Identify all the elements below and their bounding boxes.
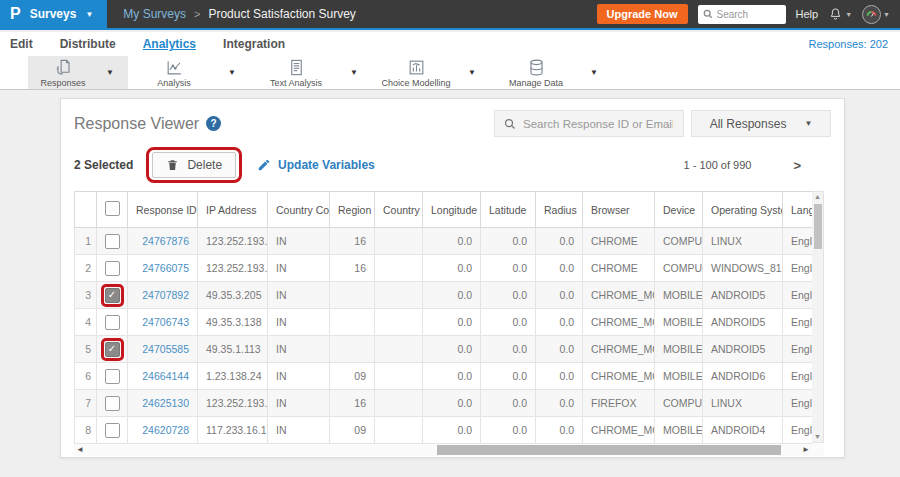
- response-id-link[interactable]: 24767876: [142, 235, 189, 247]
- bell-icon: [828, 7, 843, 22]
- region-cell: 09: [330, 417, 375, 444]
- row-checkbox[interactable]: [105, 369, 120, 384]
- radius-cell: 0.0: [536, 309, 583, 336]
- row-checkbox[interactable]: [105, 261, 120, 276]
- response-id-link[interactable]: 24766075: [142, 262, 189, 274]
- chevron-down-icon[interactable]: ▼: [468, 68, 476, 77]
- response-id-link[interactable]: 24706743: [142, 316, 189, 328]
- longitude-cell: 0.0: [423, 282, 481, 309]
- table-row[interactable]: 5 24705585 49.35.1.113 IN 0.0 0.0 0.0 CH…: [75, 336, 813, 363]
- table-row[interactable]: 6 24664144 1.23.138.24 IN 09 0.0 0.0 0.0…: [75, 363, 813, 390]
- manage-data-icon: [527, 58, 546, 77]
- chevron-down-icon[interactable]: ▼: [590, 68, 598, 77]
- response-id-link[interactable]: 24664144: [142, 370, 189, 382]
- column-header-language[interactable]: Language: [783, 192, 813, 228]
- column-header-device[interactable]: Device: [655, 192, 703, 228]
- scroll-down-icon[interactable]: ▼: [814, 432, 821, 442]
- column-header-country-code[interactable]: Country Code: [268, 192, 330, 228]
- delete-button[interactable]: Delete: [152, 152, 236, 178]
- help-link[interactable]: Help: [796, 8, 819, 20]
- chevron-down-icon: ▼: [845, 11, 852, 18]
- responses-count-link[interactable]: Responses: 202: [809, 38, 900, 50]
- browser-cell: FIREFOX: [583, 390, 655, 417]
- column-header-ip-address[interactable]: IP Address: [198, 192, 268, 228]
- toolbar-item-manage-data[interactable]: Manage Data ▼: [490, 56, 612, 89]
- horizontal-scrollbar-thumb[interactable]: [437, 445, 781, 455]
- response-id-link[interactable]: 24620728: [142, 424, 189, 436]
- column-header-browser[interactable]: Browser: [583, 192, 655, 228]
- column-header-operating-system[interactable]: Operating System: [703, 192, 783, 228]
- toolbar-item-label: Manage Data: [509, 78, 563, 88]
- tab-edit[interactable]: Edit: [10, 37, 33, 51]
- country-code-cell: IN: [268, 363, 330, 390]
- global-search-input[interactable]: [717, 9, 779, 20]
- toolbar-item-label: Choice Modelling: [382, 78, 451, 88]
- toolbar-item-text-analysis[interactable]: Text Analysis ▼: [250, 56, 372, 89]
- table-row[interactable]: 1 24767876 123.252.193.148 IN 16 0.0 0.0…: [75, 228, 813, 255]
- row-number: 8: [75, 417, 97, 444]
- row-checkbox[interactable]: [105, 342, 120, 357]
- column-header-latitude[interactable]: Latitude: [481, 192, 536, 228]
- account-menu[interactable]: ▼: [862, 5, 890, 24]
- vertical-scrollbar[interactable]: ▲ ▼: [812, 191, 824, 443]
- toolbar-item-choice-modelling[interactable]: Choice Modelling ▼: [372, 56, 490, 89]
- upgrade-now-button[interactable]: Upgrade Now: [597, 4, 688, 24]
- chevron-down-icon[interactable]: ▼: [106, 68, 114, 77]
- response-viewer-panel: Response Viewer ? All Responses ▼ 2 Sele…: [60, 98, 845, 458]
- device-cell: COMPUTER: [655, 390, 703, 417]
- scroll-left-icon[interactable]: ◄: [76, 445, 84, 454]
- help-icon[interactable]: ?: [206, 116, 221, 131]
- browser-cell: CHROME_MOBILE: [583, 309, 655, 336]
- toolbar-item-label: Text Analysis: [270, 78, 322, 88]
- ip-address-cell: 49.35.3.138: [198, 309, 268, 336]
- top-navbar: P Surveys ▼ My Surveys > Product Satisfa…: [0, 0, 900, 30]
- chevron-down-icon[interactable]: ▼: [350, 68, 358, 77]
- table-row[interactable]: 3 24707892 49.35.3.205 IN 0.0 0.0 0.0 CH…: [75, 282, 813, 309]
- next-page-button[interactable]: >: [793, 158, 801, 173]
- surveys-menu[interactable]: P Surveys ▼: [0, 0, 107, 29]
- row-checkbox[interactable]: [105, 234, 120, 249]
- tab-distribute[interactable]: Distribute: [60, 37, 116, 51]
- column-header-country[interactable]: Country: [375, 192, 423, 228]
- response-id-link[interactable]: 24707892: [142, 289, 189, 301]
- response-id-link[interactable]: 24625130: [142, 397, 189, 409]
- table-row[interactable]: 8 24620728 117.233.16.177 IN 09 0.0 0.0 …: [75, 417, 813, 444]
- breadcrumb-my-surveys[interactable]: My Surveys: [123, 7, 186, 21]
- scroll-up-icon[interactable]: ▲: [814, 192, 821, 202]
- row-checkbox[interactable]: [105, 423, 120, 438]
- chevron-down-icon[interactable]: ▼: [228, 68, 236, 77]
- row-checkbox[interactable]: [105, 315, 120, 330]
- response-id-cell: 24625130: [128, 390, 198, 417]
- region-cell: 16: [330, 228, 375, 255]
- column-header-region[interactable]: Region: [330, 192, 375, 228]
- notifications-button[interactable]: ▼: [828, 7, 852, 22]
- table-row[interactable]: 7 24625130 123.252.193.148 IN 16 0.0 0.0…: [75, 390, 813, 417]
- row-checkbox[interactable]: [105, 288, 120, 303]
- vertical-scrollbar-thumb[interactable]: [814, 204, 822, 249]
- scroll-right-icon[interactable]: ►: [802, 445, 810, 454]
- toolbar-item-analysis[interactable]: Analysis ▼: [128, 56, 250, 89]
- country-cell: [375, 255, 423, 282]
- column-header-longitude[interactable]: Longitude: [423, 192, 481, 228]
- tab-analytics[interactable]: Analytics: [143, 37, 196, 51]
- delete-button-label: Delete: [187, 158, 222, 172]
- table-row[interactable]: 4 24706743 49.35.3.138 IN 0.0 0.0 0.0 CH…: [75, 309, 813, 336]
- responses-filter-dropdown[interactable]: All Responses ▼: [691, 110, 831, 137]
- checkbox-annotation-box: [101, 311, 124, 334]
- response-search-input[interactable]: [523, 118, 673, 130]
- radius-cell: 0.0: [536, 363, 583, 390]
- toolbar-item-responses[interactable]: Responses ▼: [28, 56, 128, 89]
- update-variables-link[interactable]: Update Variables: [257, 158, 375, 172]
- checkbox-annotation-box: [101, 257, 124, 280]
- response-id-link[interactable]: 24705585: [142, 343, 189, 355]
- ip-address-cell: 123.252.193.148: [198, 228, 268, 255]
- column-header-response-id[interactable]: Response ID▲: [128, 192, 198, 228]
- tab-integration[interactable]: Integration: [223, 37, 285, 51]
- table-row[interactable]: 2 24766075 123.252.193.148 IN 16 0.0 0.0…: [75, 255, 813, 282]
- row-checkbox[interactable]: [105, 396, 120, 411]
- column-header-radius[interactable]: Radius: [536, 192, 583, 228]
- browser-cell: CHROME_MOBILE: [583, 363, 655, 390]
- select-all-checkbox[interactable]: [105, 201, 120, 216]
- horizontal-scrollbar[interactable]: ◄ ►: [74, 444, 824, 456]
- row-checkbox-cell: [97, 363, 128, 390]
